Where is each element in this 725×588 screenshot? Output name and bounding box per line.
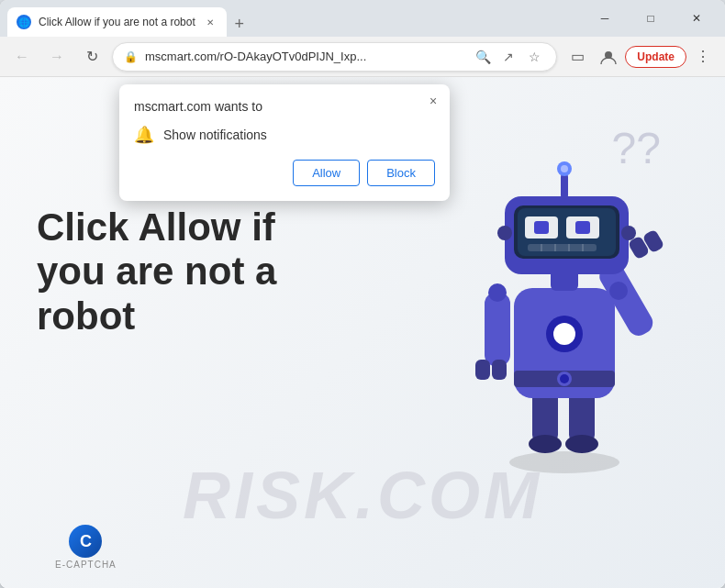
svg-rect-13: [475, 360, 490, 380]
maximize-button[interactable]: □: [630, 4, 672, 33]
back-button[interactable]: ←: [7, 42, 37, 72]
tab-close-button[interactable]: ✕: [203, 15, 218, 29]
tab-title: Click Allow if you are not a robot: [39, 16, 195, 28]
refresh-button[interactable]: ↻: [77, 42, 106, 72]
svg-point-15: [488, 283, 507, 302]
close-button[interactable]: ✕: [675, 4, 718, 33]
browser-window: 🌐 Click Allow if you are not a robot ✕ +…: [0, 0, 725, 588]
robot-illustration: [413, 114, 707, 499]
update-button[interactable]: Update: [625, 46, 686, 68]
address-bar[interactable]: 🔒 mscmart.com/rO-DAkayOTv0dPIJN_Ixp... 🔍…: [112, 42, 557, 72]
navigation-bar: ← → ↻ 🔒 mscmart.com/rO-DAkayOTv0dPIJN_Ix…: [0, 37, 725, 77]
notification-label: Show notifications: [163, 128, 267, 142]
popup-close-button[interactable]: ×: [424, 92, 442, 110]
svg-rect-28: [528, 244, 597, 251]
popup-title: mscmart.com wants to: [134, 99, 435, 114]
svg-point-17: [609, 282, 628, 300]
url-text: mscmart.com/rO-DAkayOTv0dPIJN_Ixp...: [145, 50, 464, 63]
lock-icon: 🔒: [124, 50, 138, 63]
page-background: RISK.COM Click Allow if you are not a ro…: [0, 77, 725, 588]
main-heading: Click Allow if you are not a robot: [37, 205, 312, 338]
svg-point-5: [565, 435, 598, 453]
share-icon[interactable]: ↗: [497, 46, 519, 68]
popup-buttons: Allow Block: [134, 160, 435, 186]
ecaptcha-label: E-CAPTCHA: [55, 560, 117, 570]
svg-point-36: [497, 226, 512, 240]
svg-rect-33: [561, 173, 568, 199]
svg-rect-26: [534, 221, 549, 234]
svg-point-9: [560, 374, 569, 383]
allow-button[interactable]: Allow: [293, 160, 360, 186]
bookmark-icon[interactable]: ☆: [523, 46, 545, 68]
svg-point-4: [529, 435, 562, 453]
notification-popup: × mscmart.com wants to 🔔 Show notificati…: [119, 84, 450, 201]
forward-button[interactable]: →: [42, 42, 72, 72]
search-icon[interactable]: 🔍: [472, 46, 494, 68]
menu-icon[interactable]: ⋮: [688, 42, 718, 72]
ecaptcha-logo: C E-CAPTCHA: [55, 525, 117, 570]
page-content: RISK.COM Click Allow if you are not a ro…: [0, 77, 725, 588]
tab-favicon: 🌐: [17, 15, 31, 29]
svg-point-35: [561, 165, 568, 172]
svg-point-11: [553, 323, 575, 345]
svg-rect-12: [485, 293, 510, 366]
toolbar-icons: ▭ Update ⋮: [563, 42, 718, 72]
bell-icon: 🔔: [134, 125, 154, 145]
svg-rect-27: [575, 221, 590, 234]
tablet-icon[interactable]: ▭: [563, 42, 592, 72]
minimize-button[interactable]: ─: [584, 4, 626, 33]
address-icons: 🔍 ↗ ☆: [472, 46, 545, 68]
tab-bar: 🌐 Click Allow if you are not a robot ✕ +: [7, 0, 573, 37]
svg-point-1: [509, 451, 619, 473]
svg-rect-14: [492, 360, 507, 380]
popup-notification-row: 🔔 Show notifications: [134, 125, 435, 145]
profile-icon[interactable]: [594, 42, 623, 72]
new-tab-button[interactable]: +: [227, 11, 252, 37]
ecaptcha-icon: C: [69, 525, 102, 558]
window-controls: ─ □ ✕: [584, 4, 718, 33]
title-bar: 🌐 Click Allow if you are not a robot ✕ +…: [0, 0, 725, 37]
active-tab[interactable]: 🌐 Click Allow if you are not a robot ✕: [7, 7, 227, 37]
block-button[interactable]: Block: [367, 160, 435, 186]
svg-point-37: [621, 226, 636, 240]
